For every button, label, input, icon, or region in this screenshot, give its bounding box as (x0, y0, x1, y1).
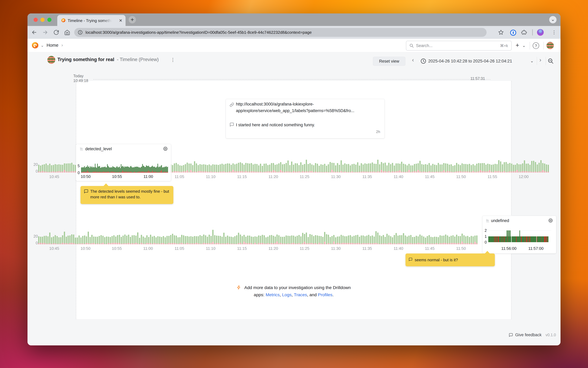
note-link-text[interactable]: http://localhost:3000/a/grafana-lokiexpl… (236, 101, 354, 114)
bar-error-segment (154, 172, 155, 173)
bar (121, 164, 121, 173)
eye-icon[interactable] (163, 146, 168, 151)
bar-error-segment (342, 243, 344, 244)
browser-tab[interactable]: Timeline - Trying something f ✕ (57, 15, 126, 26)
bar (81, 167, 82, 173)
bar-error-segment (405, 244, 406, 244)
sticky-note-detected[interactable]: The detected levels seemed mostly fine -… (81, 186, 173, 204)
bar-error-segment (313, 244, 314, 244)
breadcrumb-home[interactable]: Home (46, 43, 58, 48)
bar-error-segment (346, 243, 347, 244)
bar-error-segment (456, 172, 457, 173)
browser-menu-icon[interactable]: ⋮ (551, 29, 557, 36)
divider (537, 57, 537, 65)
bar-error-segment (176, 243, 177, 244)
bar (379, 235, 380, 244)
bar-error-segment (399, 170, 400, 173)
password-manager-extension-icon[interactable] (510, 30, 516, 36)
detected-level-chart[interactable] (81, 162, 169, 173)
bar-error-segment (103, 172, 104, 173)
bar-error-segment (302, 243, 303, 244)
panel-detected-level[interactable]: detected_level 5 0 10:5010:5511:00 (76, 144, 171, 181)
bar (128, 166, 128, 173)
minimize-window-button[interactable] (40, 18, 45, 22)
tab-search-button[interactable]: ⌄ (549, 16, 557, 23)
bar (364, 163, 366, 173)
drilldown-link-profiles[interactable]: Profiles (318, 292, 332, 297)
bar-error-segment (359, 243, 360, 244)
bar (128, 235, 129, 244)
reload-icon[interactable] (53, 29, 59, 36)
bar-error-segment (478, 171, 479, 173)
bar-error-segment (381, 170, 382, 173)
bar-error-segment (212, 172, 213, 173)
bar (306, 160, 307, 173)
add-new-caret-icon[interactable]: ⌄ (522, 43, 525, 48)
bar (240, 162, 241, 173)
time-range-caret-icon[interactable]: ⌄ (530, 59, 534, 63)
bar (203, 164, 204, 173)
bar-error-segment (476, 172, 478, 173)
timeline-canvas[interactable]: Today 10:49:18 11:57:31 20 0 10:4510:501… (28, 70, 560, 345)
bar (449, 165, 450, 173)
bar (67, 163, 69, 173)
bar (172, 234, 173, 244)
eye-icon[interactable] (548, 218, 553, 223)
bar (406, 237, 408, 244)
zoom-out-icon[interactable] (548, 58, 554, 64)
bar (348, 235, 349, 244)
bar-error-segment (231, 172, 232, 173)
undefined-chart[interactable] (488, 230, 550, 242)
site-info-icon[interactable] (78, 30, 83, 35)
back-icon[interactable] (31, 29, 37, 36)
give-feedback-link[interactable]: Give feedback (515, 332, 542, 337)
bookmark-star-icon[interactable] (498, 29, 504, 36)
user-avatar[interactable] (546, 42, 554, 49)
browser-profile-avatar[interactable] (537, 29, 544, 36)
note-card[interactable]: http://localhost:3000/a/grafana-lokiexpl… (226, 99, 385, 138)
org-switcher-caret-icon[interactable]: ⌄ (41, 43, 44, 48)
time-shift-right-icon[interactable]: › (539, 57, 541, 63)
bar-error-segment (53, 243, 54, 244)
overview-chart-bottom[interactable] (38, 234, 478, 244)
bar (174, 163, 175, 173)
new-tab-button[interactable]: + (129, 16, 136, 23)
reset-view-button[interactable]: Reset view (373, 57, 405, 66)
grafana-logo[interactable] (31, 42, 39, 49)
close-window-button[interactable] (34, 18, 38, 22)
error-sliver (516, 236, 517, 242)
search-input[interactable]: Search... ⌘+k (406, 41, 512, 51)
extensions-puzzle-icon[interactable] (521, 29, 527, 36)
bar-error-segment (359, 172, 360, 173)
add-new-button[interactable]: + (516, 42, 519, 49)
fullscreen-window-button[interactable] (47, 18, 51, 22)
bar (418, 236, 419, 244)
bar-error-segment (548, 172, 549, 173)
bar (289, 165, 291, 173)
help-icon[interactable]: ? (533, 42, 539, 49)
bar-error-segment (187, 243, 188, 244)
forward-icon[interactable] (42, 29, 48, 36)
drilldown-link-traces[interactable]: Traces (294, 292, 307, 297)
bar-error-segment (225, 172, 226, 173)
time-shift-left-icon[interactable]: ‹ (412, 57, 414, 63)
bar (359, 237, 360, 244)
bar (406, 165, 408, 173)
bar-error-segment (485, 172, 487, 173)
home-icon[interactable] (64, 29, 70, 36)
bar-error-segment (467, 172, 468, 173)
page-menu-icon[interactable]: ⋮ (170, 56, 176, 63)
bar-error-segment (416, 243, 417, 244)
url-bar[interactable]: localhost:3000/a/grafana-investigations-… (74, 28, 487, 37)
drilldown-link-logs[interactable]: Logs (282, 292, 292, 297)
bar-error-segment (276, 172, 278, 173)
time-range-picker[interactable]: 2025-04-26 10:42:28 to 2025-04-26 12:04:… (428, 59, 512, 64)
axis-tick: 11:57:00 (524, 246, 548, 251)
bolt-icon (237, 285, 241, 290)
drilldown-link-metrics[interactable]: Metrics (266, 292, 280, 297)
bar-error-segment (135, 172, 136, 173)
sticky-note-normal[interactable]: seems normal - but is it? (405, 253, 495, 266)
panel-undefined[interactable]: undefined 2 1 0 11:56:0011:57:00 (482, 216, 556, 253)
bar (436, 165, 437, 173)
tab-close-icon[interactable]: ✕ (118, 18, 124, 24)
